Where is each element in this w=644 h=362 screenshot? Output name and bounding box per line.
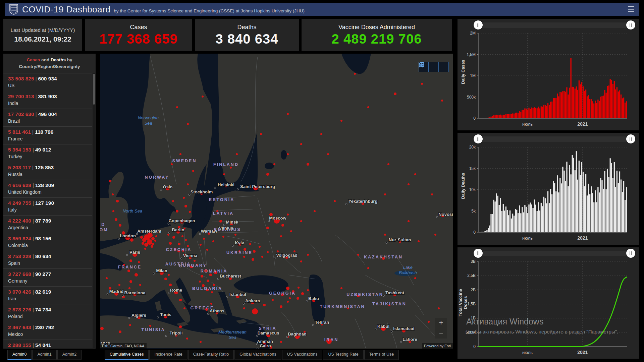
case-bubble[interactable] xyxy=(167,234,169,236)
case-bubble[interactable] xyxy=(142,242,144,245)
tab-admin0[interactable]: Admin0 xyxy=(7,350,32,360)
case-bubble[interactable] xyxy=(307,163,309,166)
country-row[interactable]: 33 508 825|600 934US xyxy=(3,73,92,91)
case-bubble[interactable] xyxy=(253,250,256,253)
case-bubble[interactable] xyxy=(209,274,212,276)
case-bubble[interactable] xyxy=(408,183,410,185)
case-bubble[interactable] xyxy=(280,341,282,343)
case-bubble[interactable] xyxy=(243,256,245,258)
case-bubble[interactable] xyxy=(127,269,130,272)
case-bubble[interactable] xyxy=(206,249,208,251)
case-bubble[interactable] xyxy=(289,297,291,299)
case-bubble[interactable] xyxy=(340,120,342,122)
case-bubble[interactable] xyxy=(169,242,172,245)
country-list-scrollbar[interactable] xyxy=(93,73,95,348)
case-bubble[interactable] xyxy=(138,261,140,263)
case-bubble[interactable] xyxy=(199,281,201,283)
case-bubble[interactable] xyxy=(179,153,181,155)
case-bubble[interactable] xyxy=(367,267,369,269)
case-bubble[interactable] xyxy=(300,260,302,262)
case-bubble[interactable] xyxy=(259,246,261,248)
case-bubble[interactable] xyxy=(280,305,282,308)
case-bubble[interactable] xyxy=(164,278,167,280)
case-bubble[interactable] xyxy=(293,250,296,252)
case-bubble[interactable] xyxy=(184,205,187,207)
legend-button[interactable] xyxy=(429,62,439,72)
zoom-out-button[interactable]: − xyxy=(435,328,447,339)
case-bubble[interactable] xyxy=(357,254,359,256)
case-bubble[interactable] xyxy=(266,173,269,176)
case-bubble[interactable] xyxy=(298,287,300,289)
case-bubble[interactable] xyxy=(200,341,202,343)
case-bubble[interactable] xyxy=(149,325,151,327)
case-bubble[interactable] xyxy=(186,338,188,340)
case-bubble[interactable] xyxy=(307,289,309,291)
case-bubble[interactable] xyxy=(176,106,178,108)
case-bubble[interactable] xyxy=(223,173,225,175)
case-bubble[interactable] xyxy=(260,133,262,135)
case-bubble[interactable] xyxy=(140,236,143,239)
slider-handle-right[interactable] xyxy=(626,249,635,258)
tab-us-vaccinations[interactable]: US Vaccinations xyxy=(282,350,323,360)
case-bubble[interactable] xyxy=(234,234,236,236)
country-row[interactable]: 5 811 461|110 796France xyxy=(3,126,92,144)
case-bubble[interactable] xyxy=(118,284,120,286)
case-bubble[interactable] xyxy=(176,210,178,213)
case-bubble[interactable] xyxy=(414,277,416,279)
country-row[interactable]: 5 203 117|125 853Russia xyxy=(3,162,92,180)
slider-handle-right[interactable] xyxy=(626,20,635,29)
case-bubble[interactable] xyxy=(183,307,185,309)
case-bubble[interactable] xyxy=(144,243,148,247)
case-bubble[interactable] xyxy=(187,245,189,247)
case-bubble[interactable] xyxy=(307,254,309,256)
case-bubble[interactable] xyxy=(213,284,215,286)
country-row[interactable]: 4 222 400|87 789Argentina xyxy=(3,215,92,233)
basemap-button[interactable] xyxy=(439,62,449,72)
country-row[interactable]: 4 616 628|128 209United Kingdom xyxy=(3,180,92,197)
case-bubble[interactable] xyxy=(112,210,114,212)
country-row[interactable]: 17 702 630|496 004Brazil xyxy=(3,109,92,126)
case-bubble[interactable] xyxy=(418,240,420,242)
case-bubble[interactable] xyxy=(421,83,423,85)
case-bubble[interactable] xyxy=(281,224,284,227)
case-bubble[interactable] xyxy=(249,243,251,245)
case-bubble[interactable] xyxy=(144,248,146,250)
case-bubble[interactable] xyxy=(290,230,292,232)
case-bubble[interactable] xyxy=(189,211,191,213)
case-bubble[interactable] xyxy=(129,259,132,262)
case-bubble[interactable] xyxy=(266,227,269,229)
tab-admin1[interactable]: Admin1 xyxy=(32,350,56,360)
slider-handle-left[interactable] xyxy=(474,249,483,258)
case-bubble[interactable] xyxy=(243,307,245,309)
case-bubble[interactable] xyxy=(287,214,289,216)
tab-cumulative-cases[interactable]: Cumulative Cases xyxy=(105,350,149,360)
case-bubble[interactable] xyxy=(187,183,189,185)
case-bubble[interactable] xyxy=(201,275,203,278)
case-bubble[interactable] xyxy=(178,243,180,245)
menu-icon[interactable]: ☰ xyxy=(627,5,635,13)
case-bubble[interactable] xyxy=(151,245,153,248)
case-bubble[interactable] xyxy=(384,193,386,195)
country-row[interactable]: 2 467 643|230 792Mexico xyxy=(3,322,92,340)
vaccine-doses-chart[interactable]: 0500M1B1,5B2B2,5B3Bиюль2021 xyxy=(458,257,639,358)
country-row[interactable]: 2 878 276|74 734Poland xyxy=(3,304,92,322)
case-bubble[interactable] xyxy=(172,236,175,239)
case-bubble[interactable] xyxy=(300,220,302,222)
case-bubble[interactable] xyxy=(384,234,386,236)
case-bubble[interactable] xyxy=(431,193,433,195)
case-bubble[interactable] xyxy=(171,163,173,165)
case-bubble[interactable] xyxy=(106,277,108,279)
case-bubble[interactable] xyxy=(183,197,185,199)
case-bubble[interactable] xyxy=(181,235,183,237)
tab-terms-of-use[interactable]: Terms of Use xyxy=(364,350,399,360)
case-bubble[interactable] xyxy=(154,240,156,242)
country-row[interactable]: 2 288 155|54 041Ukraine xyxy=(3,340,92,349)
map-canvas[interactable]: NORWAYSWEDENFINLANDESTONIALATVIABELARUSU… xyxy=(100,54,453,349)
country-row[interactable]: 4 249 755|127 190Italy xyxy=(3,197,92,215)
case-bubble[interactable] xyxy=(428,321,430,323)
slider-handle-right[interactable] xyxy=(626,134,635,143)
country-row[interactable]: 3 859 824|98 156Colombia xyxy=(3,233,92,251)
tab-us-testing-rate[interactable]: US Testing Rate xyxy=(323,350,363,360)
case-bubble[interactable] xyxy=(287,153,289,155)
case-bubble[interactable] xyxy=(155,235,157,237)
